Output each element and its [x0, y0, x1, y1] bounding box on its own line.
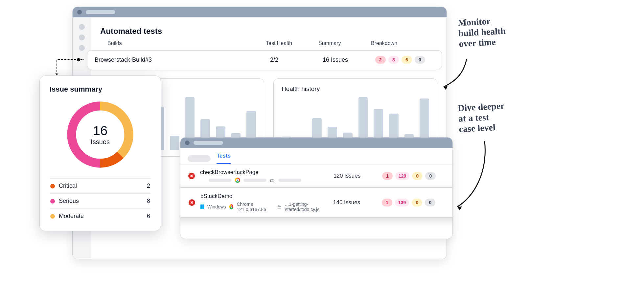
titlebar [73, 7, 447, 17]
env-os: Windows [207, 204, 226, 209]
fail-icon [188, 173, 195, 179]
pill-critical: 1 [382, 172, 393, 180]
col-builds: Builds [107, 40, 266, 46]
legend-moderate-label: Moderate [59, 213, 84, 220]
pill-serious: 129 [395, 172, 409, 180]
pill-critical: 2 [375, 56, 386, 64]
test-name: checkBrowsertackPage [200, 169, 331, 176]
chrome-icon [235, 178, 240, 183]
folder-icon [277, 204, 282, 209]
dot-moderate-icon [50, 214, 55, 219]
pill-serious: 8 [388, 56, 399, 64]
test-row[interactable]: checkBrowsertackPage 120 Issues 1 129 0 … [180, 164, 452, 187]
url-bar-placeholder [194, 141, 223, 145]
health-history-title: Health history [282, 85, 429, 93]
window-control-icon[interactable] [185, 140, 190, 145]
build-summary: 16 Issues [323, 56, 375, 63]
issue-summary-card: Issue summary 16 Issues Critical 2 Serio… [39, 76, 161, 231]
legend-critical-label: Critical [59, 183, 77, 189]
pill-moderate: 0 [412, 172, 423, 180]
pill-minor: 0 [415, 56, 425, 64]
rail-item[interactable] [79, 45, 85, 51]
test-row[interactable]: bStackDemo Windows Chrome 121.0.6167.86 … [180, 187, 453, 218]
pill-serious: 139 [395, 199, 409, 206]
chrome-icon [229, 204, 234, 209]
col-health: Test Health [266, 40, 318, 46]
callout-dive: Dive deeper at a test case level [458, 100, 506, 135]
tabs: Tests [180, 148, 452, 164]
folder-icon [270, 178, 275, 183]
pill-minor: 0 [425, 199, 435, 206]
build-name: Browserstack-Build#3 [95, 56, 270, 63]
legend-serious-label: Serious [59, 198, 79, 205]
legend-moderate: Moderate 6 [50, 208, 151, 224]
pill-moderate: 0 [412, 199, 422, 206]
test-breakdown: 1 129 0 0 [382, 172, 445, 180]
donut-total-label: Issues [91, 138, 110, 146]
callout-monitor: Monitor build health over time [458, 15, 507, 49]
test-breakdown: 1 139 0 0 [382, 199, 444, 206]
pill-critical: 1 [382, 199, 392, 206]
build-health: 2/2 [270, 56, 323, 63]
url-bar-placeholder [86, 10, 115, 14]
arrow-icon [440, 56, 473, 95]
page-title: Automated tests [100, 27, 437, 36]
build-row[interactable]: Browserstack-Build#3 2/2 16 Issues 2 8 6… [87, 50, 442, 69]
tests-window: Tests checkBrowsertackPage 120 Issues 1 … [180, 137, 453, 239]
arrow-icon [453, 138, 490, 213]
col-summary: Summary [318, 40, 371, 46]
issue-summary-title: Issue summary [50, 85, 151, 94]
apple-icon [200, 178, 205, 183]
legend-serious-value: 8 [147, 198, 150, 205]
windows-icon [200, 205, 204, 209]
dot-critical-icon [50, 184, 55, 188]
legend-serious: Serious 8 [50, 193, 151, 208]
col-breakdown: Breakdown [371, 40, 430, 46]
legend-moderate-value: 6 [147, 213, 150, 220]
legend-critical: Critical 2 [50, 178, 151, 193]
tab-tests[interactable]: Tests [217, 153, 231, 164]
rail-item[interactable] [79, 34, 85, 40]
fail-icon [189, 199, 195, 206]
env-browser: Chrome 121.0.6167.86 [237, 202, 274, 212]
issue-donut: 16 Issues [62, 97, 138, 172]
build-breakdown: 2 8 6 0 [375, 56, 434, 64]
titlebar [180, 138, 452, 148]
pill-minor: 0 [425, 172, 436, 180]
legend-critical-value: 2 [147, 183, 150, 189]
env-file: ...1-getting-started/todo.cy.js [285, 202, 331, 212]
test-issues: 140 Issues [333, 199, 379, 206]
test-name: bStackDemo [200, 193, 331, 200]
window-control-icon[interactable] [77, 10, 82, 14]
tab-placeholder[interactable] [188, 155, 211, 162]
pill-moderate: 6 [402, 56, 412, 64]
test-issues: 120 Issues [334, 173, 380, 179]
donut-total-number: 16 [93, 123, 108, 138]
builds-table-header: Builds Test Health Summary Breakdown [100, 40, 437, 50]
rail-item[interactable] [79, 24, 85, 30]
connector-line [57, 59, 84, 76]
dot-serious-icon [50, 199, 55, 204]
